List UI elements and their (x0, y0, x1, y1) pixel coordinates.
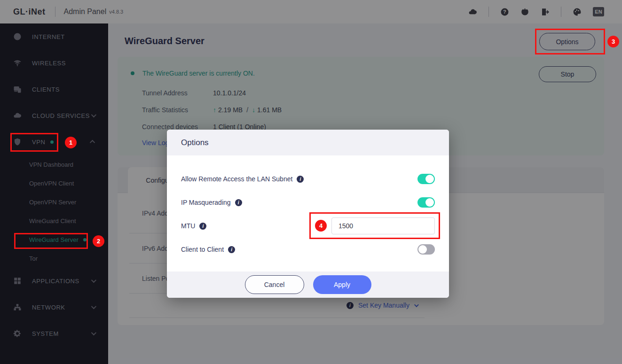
allow-remote-access-row: Allow Remote Access the LAN Subnet i (181, 167, 435, 191)
allow-remote-access-label: Allow Remote Access the LAN Subnet i (181, 175, 304, 183)
admin-panel-app: GL·iNet Admin Panel v4.8.3 ? EN INTERNET… (0, 0, 622, 364)
annotation-box-wireguard-server (14, 233, 88, 249)
annotation-box-options (535, 29, 605, 54)
client-to-client-text: Client to Client (181, 246, 224, 253)
allow-remote-access-toggle[interactable] (417, 174, 435, 184)
allow-remote-access-text: Allow Remote Access the LAN Subnet (181, 175, 292, 183)
ip-masquerading-row: IP Masquerading i (181, 191, 435, 214)
modal-title: Options (167, 130, 449, 155)
toggle-knob (425, 198, 434, 207)
mtu-label: MTU i (181, 222, 206, 230)
cancel-button[interactable]: Cancel (245, 275, 304, 294)
ip-masquerading-label: IP Masquerading i (181, 199, 242, 206)
info-icon[interactable]: i (297, 176, 304, 183)
client-to-client-row: Client to Client i (181, 238, 435, 261)
annotation-badge-1: 1 (65, 137, 77, 148)
annotation-badge-3: 3 (607, 36, 619, 47)
info-icon[interactable]: i (199, 223, 206, 230)
apply-button[interactable]: Apply (313, 275, 371, 294)
annotation-badge-4: 4 (315, 220, 327, 232)
info-icon[interactable]: i (235, 199, 242, 206)
toggle-knob (418, 245, 427, 254)
client-to-client-toggle[interactable] (417, 244, 435, 255)
annotation-box-vpn (10, 133, 58, 152)
ip-masquerading-toggle[interactable] (417, 197, 435, 208)
ip-masquerading-text: IP Masquerading (181, 199, 231, 206)
annotation-box-mtu (309, 212, 440, 239)
mtu-text: MTU (181, 222, 195, 230)
annotation-badge-2: 2 (93, 235, 104, 247)
info-icon[interactable]: i (228, 246, 235, 253)
client-to-client-label: Client to Client i (181, 246, 235, 253)
modal-footer: Cancel Apply (167, 271, 449, 298)
toggle-knob (425, 175, 434, 183)
